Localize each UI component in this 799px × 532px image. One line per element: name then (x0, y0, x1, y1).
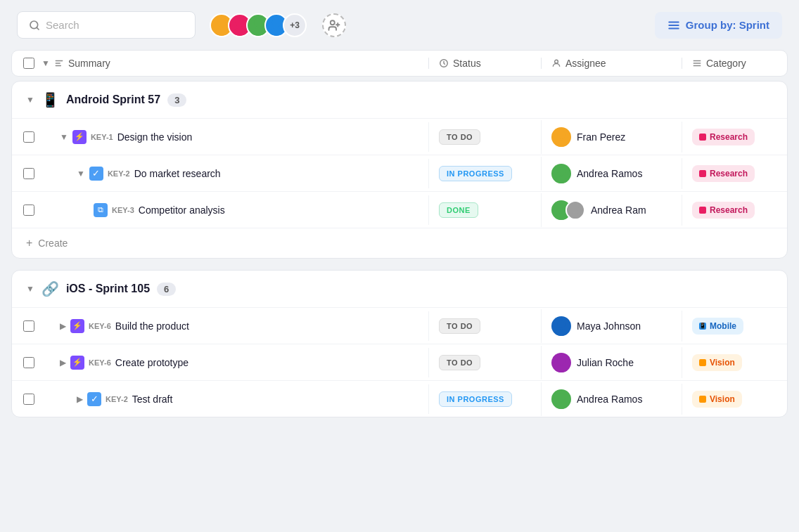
svg-point-30 (555, 329, 568, 336)
task-key6a-assignee: Maya Johnson (541, 309, 682, 343)
svg-point-8 (272, 18, 281, 27)
task-key1-key: KEY-1 (91, 133, 113, 141)
sprint-header-ios[interactable]: ▼ 🔗 iOS - Sprint 105 6 (12, 271, 787, 307)
research-dot (699, 134, 706, 141)
add-member-button[interactable] (322, 13, 346, 37)
task-key3-avatars (551, 200, 585, 220)
select-all-checkbox[interactable] (23, 58, 34, 69)
task-row-key3: ⧉ KEY-3 Competitor analysis DONE Andrea … (12, 191, 787, 228)
task-key6a-expand[interactable]: ▶ (60, 321, 66, 331)
task-key3-checkbox[interactable] (23, 205, 34, 216)
task-key2b-checkbox[interactable] (23, 394, 34, 405)
task-key6b-checkbox[interactable] (23, 357, 34, 368)
task-key2-title: Do market research (134, 168, 221, 179)
task-row-key1: ▼ ⚡ KEY-1 Design the vision TO DO Fran P… (12, 118, 787, 155)
task-key2-category-badge: Research (692, 165, 755, 182)
col-assignee-header: Assignee (541, 58, 682, 69)
task-key2b-key: KEY-2 (106, 395, 128, 403)
task-key2-assignee-name: Andrea Ramos (577, 168, 642, 179)
research-dot-2 (699, 170, 706, 177)
task-key3-summary: ⧉ KEY-3 Competitor analysis (12, 196, 428, 224)
svg-point-29 (557, 320, 565, 328)
task-key6b-status: TO DO (428, 348, 541, 377)
search-icon (29, 20, 40, 31)
svg-point-21 (557, 131, 565, 139)
task-key1-checkbox[interactable] (23, 131, 34, 143)
sprint-title-android: Android Sprint 57 (66, 93, 160, 106)
task-key6b-key: KEY-6 (89, 358, 111, 367)
search-box[interactable]: Search (17, 11, 196, 39)
svg-point-32 (555, 365, 568, 372)
vision-dot-1 (699, 359, 706, 366)
task-key6b-summary: ▶ ⚡ KEY-6 Create prototype (12, 349, 428, 377)
svg-point-22 (555, 140, 568, 147)
task-row-key2: ▼ ✓ KEY-2 Do market research IN PROGRESS… (12, 155, 787, 191)
svg-point-4 (236, 18, 244, 27)
task-key2-assignee: Andrea Ramos (541, 157, 682, 190)
task-key6b-category: Vision (682, 347, 787, 378)
svg-point-34 (555, 402, 568, 409)
svg-point-23 (557, 167, 565, 176)
task-key6a-title: Build the product (115, 320, 189, 332)
svg-point-2 (217, 18, 226, 27)
task-key6a-status: TO DO (428, 311, 541, 341)
android-sprint-icon: 📱 (41, 91, 59, 108)
col-status-header: Status (428, 58, 541, 69)
task-key1-expand[interactable]: ▼ (60, 132, 68, 142)
task-key6a-key: KEY-6 (89, 322, 111, 330)
sprint-chevron-ios[interactable]: ▼ (26, 284, 34, 294)
chevron-right-icon: ▼ (41, 58, 50, 68)
task-key6b-avatar (551, 353, 571, 372)
create-task-android[interactable]: + Create (12, 228, 787, 258)
text-icon (54, 58, 64, 68)
mobile-dot-1: 📱 (699, 323, 706, 330)
task-key3-key: KEY-3 (112, 206, 134, 214)
task-key2b-assignee-name: Andrea Ramos (577, 394, 642, 405)
task-key3-assignee: Andrea Ram (541, 193, 682, 227)
sprint-count-android: 3 (167, 93, 186, 107)
task-key2b-title: Test draft (132, 394, 173, 405)
task-key3-title: Competitor analysis (139, 205, 225, 216)
task-key6b-assignee-name: Julian Roche (577, 357, 634, 368)
task-key1-title: Design the vision (117, 131, 193, 143)
task-key6a-summary: ▶ ⚡ KEY-6 Build the product (12, 312, 428, 340)
research-dot-3 (699, 207, 706, 214)
task-key2b-expand[interactable]: ▶ (77, 394, 83, 404)
task-key6b-assignee: Julian Roche (541, 346, 682, 379)
svg-point-25 (557, 204, 565, 212)
task-key2b-avatar (551, 389, 571, 409)
task-key2-checkbox[interactable] (23, 168, 34, 179)
task-key2b-status-badge: IN PROGRESS (439, 391, 512, 407)
sprint-chevron-android[interactable]: ▼ (26, 95, 34, 105)
task-row-key6a: ▶ ⚡ KEY-6 Build the product TO DO Maya J… (12, 307, 787, 344)
group-by-button[interactable]: Group by: Sprint (655, 12, 782, 39)
task-key2-status-badge: IN PROGRESS (439, 166, 512, 181)
sprint-header-android[interactable]: ▼ 📱 Android Sprint 57 3 (12, 82, 787, 118)
assignee-label: Assignee (565, 58, 606, 69)
task-row-key2b: ▶ ✓ KEY-2 Test draft IN PROGRESS Andrea … (12, 380, 787, 417)
summary-label: Summary (68, 58, 110, 69)
category-icon (692, 58, 702, 68)
task-key6b-expand[interactable]: ▶ (60, 358, 66, 368)
avatar-group: +3 (210, 13, 307, 37)
task-key6a-checkbox[interactable] (23, 320, 34, 332)
task-key2-expand[interactable]: ▼ (77, 169, 85, 179)
task-key6b-status-badge: TO DO (439, 355, 480, 370)
task-key2b-assignee: Andrea Ramos (541, 382, 682, 416)
svg-point-6 (254, 18, 262, 27)
task-key2b-category: Vision (682, 384, 787, 415)
sprint-group-ios: ▼ 🔗 iOS - Sprint 105 6 ▶ ⚡ KEY-6 Build t… (11, 270, 788, 417)
task-row-key6b: ▶ ⚡ KEY-6 Create prototype TO DO Julian … (12, 344, 787, 380)
task-key6a-category: 📱 Mobile (682, 311, 787, 342)
task-key3-category-badge: Research (692, 202, 755, 219)
task-key2b-category-badge: Vision (692, 391, 742, 408)
task-key2-key: KEY-2 (108, 169, 130, 178)
task-key2b-summary: ▶ ✓ KEY-2 Test draft (12, 385, 428, 413)
menu-lines-icon (667, 19, 680, 32)
svg-line-1 (37, 27, 39, 30)
category-label: Category (706, 58, 746, 69)
search-placeholder: Search (46, 19, 79, 31)
task-key6b-icon: ⚡ (70, 356, 84, 370)
plus-icon-android: + (26, 237, 32, 249)
svg-point-9 (269, 27, 283, 36)
